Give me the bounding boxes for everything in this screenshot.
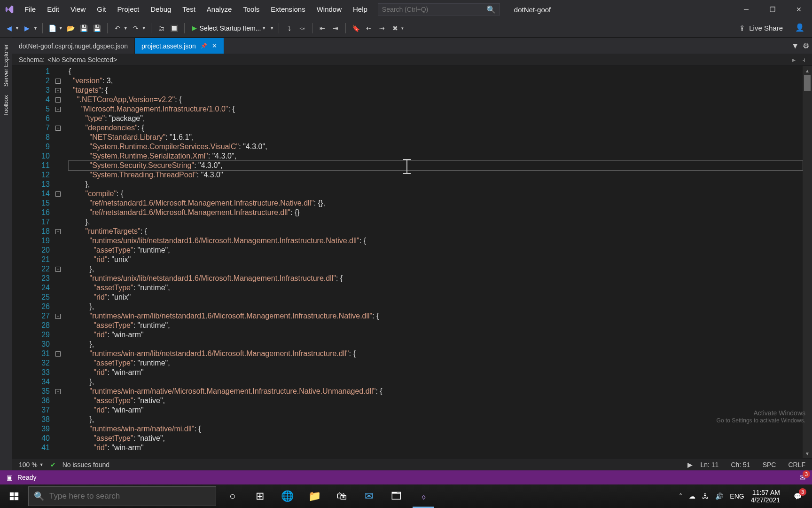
scroll-down-icon[interactable]: ▼ [803, 449, 812, 458]
step-into-button[interactable]: ⤵ [284, 23, 294, 33]
redo-button[interactable]: ↷ [131, 23, 141, 33]
split-editor-icon[interactable]: ⫞ [802, 56, 805, 64]
code-line[interactable]: }, [69, 415, 803, 424]
fold-toggle-icon[interactable]: − [55, 351, 61, 357]
code-line[interactable]: "compile": { [69, 189, 803, 198]
code-line[interactable]: "runtimes/unix/lib/netstandard1.6/Micros… [69, 236, 803, 246]
close-button[interactable]: ✕ [786, 0, 812, 19]
menu-debug[interactable]: Debug [145, 0, 177, 19]
fold-toggle-icon[interactable]: − [55, 229, 61, 234]
code-line[interactable]: "runtimes/win-arm/native/Microsoft.Manag… [69, 387, 803, 396]
fold-toggle-icon[interactable]: − [55, 88, 61, 93]
save-all-button[interactable]: 💾 [92, 23, 102, 33]
quick-search-input[interactable] [382, 6, 486, 13]
nav-back-drop[interactable]: ▼ [15, 26, 19, 31]
code-line[interactable]: }, [69, 264, 803, 274]
schema-drop-icon[interactable]: ▸ [792, 56, 796, 64]
outdent-button[interactable]: ⇤ [317, 23, 328, 33]
code-line[interactable]: "System.Runtime.CompilerServices.VisualC… [69, 142, 803, 151]
code-line[interactable]: "assetType": "native", [69, 396, 803, 405]
new-project-button[interactable]: 📄 [47, 23, 58, 33]
live-share-button[interactable]: ⇪ Live Share [734, 24, 788, 32]
account-button[interactable]: 👤 [795, 23, 805, 33]
code-line[interactable]: "rid": "unix" [69, 255, 803, 264]
code-line[interactable]: }, [69, 180, 803, 189]
code-line[interactable]: { [69, 67, 803, 76]
code-line[interactable]: "assetType": "runtime", [69, 358, 803, 368]
clear-bookmarks-button[interactable]: ✖ [390, 23, 400, 33]
scrollbar-thumb[interactable] [804, 75, 811, 91]
code-line[interactable]: "runtimes/win-arm/native/mi.dll": { [69, 424, 803, 434]
indent-button[interactable]: ⇥ [330, 23, 341, 33]
code-line[interactable]: "runtimes/win-arm/lib/netstandard1.6/Mic… [69, 311, 803, 321]
onedrive-icon[interactable]: ☁ [689, 492, 695, 500]
code-line[interactable]: "rid": "unix" [69, 293, 803, 302]
code-line[interactable]: "version": 3, [69, 76, 803, 86]
nav-back-button[interactable]: ◀ [4, 23, 14, 33]
toolbox-tab[interactable]: Toolbox [2, 95, 9, 116]
hscroll-right-icon[interactable]: ▶ [687, 461, 693, 468]
nav-forward-button[interactable]: ▶ [22, 23, 32, 33]
menu-git[interactable]: Git [91, 0, 111, 19]
undo-drop[interactable]: ▼ [124, 26, 128, 31]
start-debug-button[interactable]: ▶ Select Startup Item... ▼ [189, 24, 269, 32]
fold-toggle-icon[interactable]: − [55, 314, 61, 319]
app1-icon[interactable]: 🗔 [383, 484, 410, 508]
fold-toggle-icon[interactable]: − [55, 79, 61, 84]
code-line[interactable]: }, [69, 377, 803, 387]
menu-window[interactable]: Window [311, 0, 347, 19]
scroll-up-icon[interactable]: ▲ [803, 66, 812, 75]
code-line[interactable]: "assetType": "native", [69, 434, 803, 443]
fold-toggle-icon[interactable]: − [55, 191, 61, 197]
code-line[interactable]: ".NETCoreApp,Version=v2.2": { [69, 95, 803, 104]
fold-toggle-icon[interactable]: − [55, 267, 61, 272]
quick-search[interactable]: 🔍 [378, 3, 500, 16]
zoom-selector[interactable]: 100 % ▼ [19, 461, 44, 468]
vertical-scrollbar[interactable]: ▲ ▼ [803, 66, 812, 458]
code-line[interactable]: "assetType": "runtime", [69, 246, 803, 255]
solution-config-button[interactable]: 🗂 [156, 23, 166, 33]
mail-icon[interactable]: ✉ [355, 484, 383, 508]
fold-toggle-icon[interactable]: − [55, 126, 61, 131]
menu-edit[interactable]: Edit [41, 0, 65, 19]
task-view-icon[interactable]: ⊞ [246, 484, 273, 508]
indent-indicator[interactable]: SPC [763, 461, 776, 468]
code-line[interactable]: "dependencies": { [69, 123, 803, 133]
store-icon[interactable]: 🛍 [328, 484, 355, 508]
new-drop[interactable]: ▼ [59, 26, 63, 31]
prev-bookmark-button[interactable]: ⇠ [364, 23, 374, 33]
next-bookmark-button[interactable]: ⇢ [377, 23, 387, 33]
code-line[interactable]: "targets": { [69, 86, 803, 95]
edge-icon[interactable]: 🌐 [273, 484, 301, 508]
window-options-icon[interactable]: ⚙ [803, 41, 809, 50]
menu-help[interactable]: Help [347, 0, 373, 19]
pin-icon[interactable]: 📌 [201, 43, 207, 49]
code-line[interactable]: "assetType": "runtime", [69, 283, 803, 293]
restore-button[interactable]: ❐ [759, 0, 786, 19]
code-line[interactable]: }, [69, 217, 803, 227]
code-line[interactable]: "System.Threading.ThreadPool": "4.3.0" [69, 170, 803, 180]
tab-project-assets[interactable]: project.assets.json 📌 ✕ [135, 38, 224, 54]
undo-button[interactable]: ↶ [112, 23, 123, 33]
fold-toggle-icon[interactable]: − [55, 389, 61, 394]
fold-toggle-icon[interactable]: − [55, 107, 61, 112]
bookmark-button[interactable]: 🔖 [351, 23, 361, 33]
menu-view[interactable]: View [65, 0, 91, 19]
code-line[interactable]: "ref/netstandard1.6/Microsoft.Management… [69, 208, 803, 217]
action-center-button[interactable]: 💬 3 [787, 484, 808, 508]
tray-expand-icon[interactable]: ˄ [679, 492, 682, 500]
code-editor[interactable]: 1234567891011121314151617181920212223242… [12, 66, 812, 458]
nav-forward-drop[interactable]: ▼ [33, 26, 38, 31]
code-line[interactable]: "runtimeTargets": { [69, 227, 803, 236]
tab-overflow-drop[interactable]: ▼ [791, 42, 799, 50]
code-line[interactable]: }, [69, 340, 803, 349]
network-icon[interactable]: 🖧 [702, 492, 709, 500]
menu-analyze[interactable]: Analyze [201, 0, 237, 19]
save-button[interactable]: 💾 [79, 23, 89, 33]
schema-value[interactable]: <No Schema Selected> [47, 56, 117, 64]
input-lang[interactable]: ENG [730, 492, 744, 500]
code-line[interactable]: "runtimes/win-arm/lib/netstandard1.6/Mic… [69, 349, 803, 358]
menu-file[interactable]: File [19, 0, 41, 19]
step-over-button[interactable]: ⤼ [297, 23, 307, 33]
code-line[interactable]: "type": "package", [69, 114, 803, 123]
